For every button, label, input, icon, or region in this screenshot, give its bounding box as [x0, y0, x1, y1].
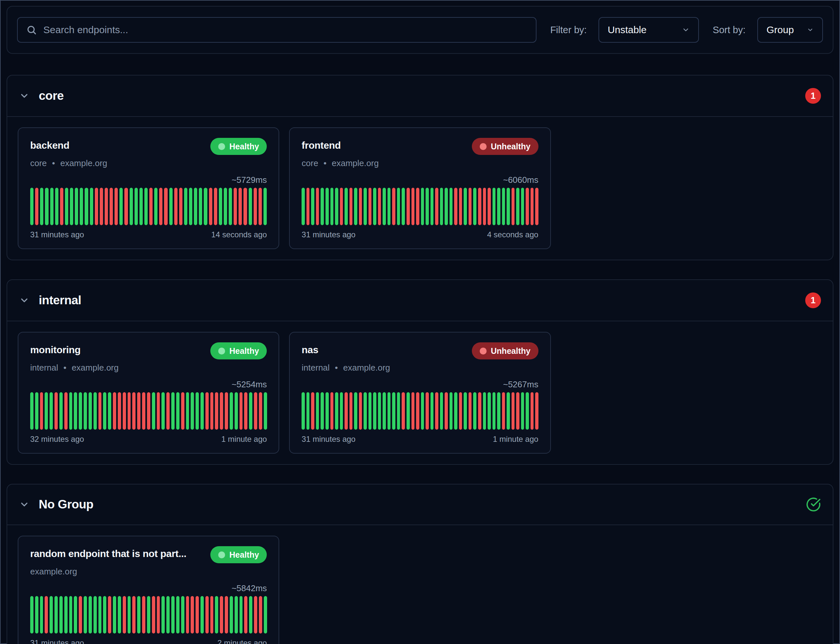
status-bar[interactable]: [85, 188, 88, 225]
status-bar[interactable]: [421, 188, 424, 225]
status-bar[interactable]: [142, 596, 145, 634]
status-bar[interactable]: [195, 392, 199, 430]
status-bar[interactable]: [174, 188, 177, 225]
status-bar[interactable]: [526, 188, 529, 225]
status-bar[interactable]: [214, 188, 217, 225]
status-bar[interactable]: [225, 392, 228, 430]
status-bar[interactable]: [186, 392, 189, 430]
search-box[interactable]: [17, 17, 536, 43]
status-bar[interactable]: [234, 188, 237, 225]
status-bar[interactable]: [412, 392, 415, 430]
status-bar[interactable]: [176, 596, 179, 634]
status-bar[interactable]: [194, 188, 197, 225]
status-bar[interactable]: [521, 188, 524, 225]
status-bar[interactable]: [161, 596, 165, 634]
status-bar[interactable]: [454, 188, 458, 225]
status-bar[interactable]: [204, 188, 207, 225]
status-bar[interactable]: [407, 188, 410, 225]
status-bar[interactable]: [200, 392, 204, 430]
status-bar[interactable]: [108, 596, 111, 634]
status-bar[interactable]: [330, 188, 334, 225]
status-bar[interactable]: [181, 392, 184, 430]
status-bar[interactable]: [79, 596, 82, 634]
status-bar[interactable]: [35, 596, 38, 634]
status-bar[interactable]: [166, 596, 170, 634]
status-bar[interactable]: [103, 596, 106, 634]
status-bar[interactable]: [98, 596, 102, 634]
endpoint-card[interactable]: frontend Unhealthy core • example.org ~6…: [289, 127, 551, 249]
status-bar[interactable]: [176, 392, 179, 430]
status-bar[interactable]: [469, 188, 472, 225]
status-bar[interactable]: [205, 392, 209, 430]
status-bar[interactable]: [132, 392, 136, 430]
status-bar[interactable]: [179, 188, 182, 225]
endpoint-card[interactable]: nas Unhealthy internal • example.org ~52…: [289, 332, 551, 453]
status-bar[interactable]: [65, 188, 68, 225]
status-bar[interactable]: [378, 188, 381, 225]
status-bar[interactable]: [440, 392, 443, 430]
status-bar[interactable]: [421, 392, 424, 430]
status-bar[interactable]: [161, 392, 165, 430]
status-bar[interactable]: [302, 188, 305, 225]
status-bar[interactable]: [199, 188, 202, 225]
status-bar[interactable]: [113, 392, 116, 430]
status-bar[interactable]: [240, 596, 243, 634]
status-bar[interactable]: [70, 188, 73, 225]
status-bar[interactable]: [473, 188, 476, 225]
status-bar[interactable]: [354, 188, 357, 225]
status-bar[interactable]: [478, 188, 481, 225]
status-bar[interactable]: [497, 392, 500, 430]
status-bar[interactable]: [125, 188, 128, 225]
status-bar[interactable]: [200, 596, 204, 634]
status-bar[interactable]: [190, 392, 194, 430]
status-bar[interactable]: [30, 188, 33, 225]
status-bar[interactable]: [54, 596, 58, 634]
status-bar[interactable]: [229, 188, 232, 225]
group-header-toggle[interactable]: internal 1: [7, 280, 833, 321]
status-bar[interactable]: [359, 188, 362, 225]
status-bar[interactable]: [464, 188, 467, 225]
status-bar[interactable]: [335, 392, 338, 430]
status-bar[interactable]: [387, 188, 391, 225]
status-bar[interactable]: [147, 596, 150, 634]
status-bar[interactable]: [259, 392, 262, 430]
status-bar[interactable]: [521, 392, 524, 430]
status-bar[interactable]: [154, 188, 158, 225]
status-bar[interactable]: [430, 392, 434, 430]
status-bar[interactable]: [445, 392, 448, 430]
status-bar[interactable]: [219, 188, 222, 225]
status-bar[interactable]: [373, 188, 376, 225]
status-bar[interactable]: [115, 188, 118, 225]
status-bar[interactable]: [445, 188, 448, 225]
status-bar[interactable]: [369, 188, 372, 225]
status-bar[interactable]: [254, 596, 257, 634]
status-bar[interactable]: [264, 188, 267, 225]
status-bar[interactable]: [69, 596, 72, 634]
status-bar[interactable]: [90, 188, 93, 225]
group-header-toggle[interactable]: core 1: [7, 76, 833, 116]
status-bar[interactable]: [235, 596, 238, 634]
status-bar[interactable]: [402, 188, 405, 225]
status-bar[interactable]: [535, 392, 538, 430]
status-bar[interactable]: [195, 596, 199, 634]
status-bar[interactable]: [354, 392, 357, 430]
status-bar[interactable]: [128, 596, 131, 634]
status-bar[interactable]: [69, 392, 72, 430]
status-bar[interactable]: [50, 188, 54, 225]
status-bar[interactable]: [459, 188, 462, 225]
status-bar[interactable]: [497, 188, 500, 225]
status-bar[interactable]: [59, 596, 63, 634]
status-bar[interactable]: [215, 392, 218, 430]
status-bar[interactable]: [412, 188, 415, 225]
status-bar[interactable]: [220, 596, 223, 634]
status-bar[interactable]: [54, 392, 58, 430]
status-bar[interactable]: [382, 188, 386, 225]
status-bar[interactable]: [240, 392, 243, 430]
status-bar[interactable]: [473, 392, 476, 430]
status-bar[interactable]: [132, 596, 136, 634]
status-bar[interactable]: [487, 392, 491, 430]
status-bar[interactable]: [159, 188, 162, 225]
status-bar[interactable]: [340, 392, 343, 430]
status-bar[interactable]: [118, 596, 121, 634]
status-bar[interactable]: [469, 392, 472, 430]
